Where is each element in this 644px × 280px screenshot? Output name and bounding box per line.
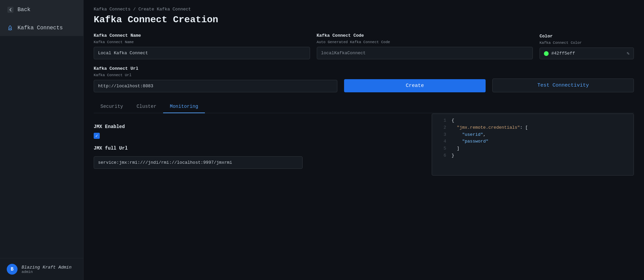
jmx-enabled-checkbox[interactable]: ✓ bbox=[94, 133, 100, 139]
sidebar-item-label: Kafka Connects bbox=[18, 25, 63, 31]
user-name: Blazing Kraft Admin bbox=[22, 265, 71, 270]
code-sublabel: Auto Generated Kafka Connect Code bbox=[317, 40, 533, 44]
svg-point-1 bbox=[10, 28, 11, 29]
line-num-6: 6 bbox=[436, 152, 446, 159]
tabs: Security Cluster Monitoring bbox=[94, 100, 634, 113]
edit-color-icon[interactable]: ✎ bbox=[627, 51, 630, 56]
code-editor: 1 { 2 "jmx.remote.credentials": [ 3 "use… bbox=[432, 117, 634, 159]
code-line-2: 2 "jmx.remote.credentials": [ bbox=[432, 124, 634, 131]
user-role: admin bbox=[22, 270, 71, 274]
url-sublabel: Kafka Connect Url bbox=[94, 73, 337, 77]
url-row: Kafka Connect Url Kafka Connect Url Crea… bbox=[94, 66, 634, 92]
jmx-url-input[interactable] bbox=[94, 156, 303, 169]
name-field-group: Kafka Connect Name Kafka Connect Name bbox=[94, 33, 310, 59]
sidebar-footer: B Blazing Kraft Admin admin bbox=[0, 258, 83, 280]
line-content-2: "jmx.remote.credentials": [ bbox=[452, 124, 528, 131]
code-line-5: 5 ] bbox=[432, 145, 634, 152]
sidebar-item-kafka-connects[interactable]: Kafka Connects bbox=[0, 20, 83, 36]
code-line-1: 1 { bbox=[432, 117, 634, 124]
tab-cluster[interactable]: Cluster bbox=[130, 100, 163, 113]
test-connectivity-button[interactable]: Test Connectivity bbox=[492, 79, 634, 92]
tab-monitoring[interactable]: Monitoring bbox=[163, 100, 205, 113]
page-title: Kafka Connect Creation bbox=[94, 14, 634, 25]
jmx-enabled-wrapper: ✓ bbox=[94, 133, 425, 139]
line-num-2: 2 bbox=[436, 124, 446, 131]
line-num-5: 5 bbox=[436, 145, 446, 152]
name-label: Kafka Connect Name bbox=[94, 33, 310, 38]
breadcrumb-parent[interactable]: Kafka Connects bbox=[94, 7, 130, 12]
code-field-group: Kafka Connect Code Auto Generated Kafka … bbox=[317, 33, 533, 59]
line-content-5: ] bbox=[452, 145, 459, 152]
svg-rect-0 bbox=[7, 7, 13, 13]
back-label: Back bbox=[18, 7, 30, 13]
url-field-group: Kafka Connect Url Kafka Connect Url bbox=[94, 66, 337, 92]
line-num-4: 4 bbox=[436, 138, 446, 145]
code-editor-panel: 1 { 2 "jmx.remote.credentials": [ 3 "use… bbox=[432, 114, 634, 176]
monitoring-panel: JMX Enabled ✓ JMX full Url bbox=[94, 113, 432, 176]
color-field-group: Color Kafka Connect Color #42ff5eff ✎ bbox=[540, 34, 634, 59]
form-row-top: Kafka Connect Name Kafka Connect Name Ka… bbox=[94, 33, 634, 59]
jmx-url-label: JMX full Url bbox=[94, 146, 425, 151]
rocket-icon bbox=[7, 25, 13, 31]
back-button[interactable]: Back bbox=[0, 0, 83, 20]
code-line-3: 3 "userid", bbox=[432, 131, 634, 138]
color-value: #42ff5eff bbox=[551, 51, 624, 56]
color-sublabel: Kafka Connect Color bbox=[540, 41, 634, 45]
code-input[interactable] bbox=[317, 47, 533, 59]
line-num-1: 1 bbox=[436, 117, 446, 124]
name-input[interactable] bbox=[94, 47, 310, 59]
main-content: Kafka Connects / Create Kafka Connect Ka… bbox=[84, 0, 644, 280]
jmx-enabled-label: JMX Enabled bbox=[94, 124, 425, 129]
breadcrumb-current: Create Kafka Connect bbox=[139, 7, 191, 12]
url-input[interactable] bbox=[94, 80, 337, 92]
line-content-4: "password" bbox=[452, 138, 488, 145]
color-label: Color bbox=[540, 34, 634, 39]
line-num-3: 3 bbox=[436, 131, 446, 138]
breadcrumb: Kafka Connects / Create Kafka Connect bbox=[94, 7, 634, 12]
url-label: Kafka Connect Url bbox=[94, 66, 337, 71]
tab-content: JMX Enabled ✓ JMX full Url 1 { 2 "jmx.re… bbox=[94, 113, 634, 176]
line-content-6: } bbox=[452, 152, 454, 159]
color-input-wrapper[interactable]: #42ff5eff ✎ bbox=[540, 48, 634, 59]
line-content-1: { bbox=[452, 117, 454, 124]
tab-security[interactable]: Security bbox=[94, 100, 130, 113]
color-dot bbox=[544, 51, 549, 56]
code-line-4: 4 "password" bbox=[432, 138, 634, 145]
user-info: Blazing Kraft Admin admin bbox=[22, 265, 71, 274]
code-label: Kafka Connect Code bbox=[317, 33, 533, 38]
back-arrow-icon bbox=[7, 6, 14, 13]
line-content-3: "userid", bbox=[452, 131, 486, 138]
code-line-6: 6 } bbox=[432, 152, 634, 159]
sidebar: Back Kafka Connects B Blazing Kraft Admi… bbox=[0, 0, 84, 280]
breadcrumb-separator: / bbox=[133, 7, 139, 12]
avatar: B bbox=[7, 264, 18, 275]
name-sublabel: Kafka Connect Name bbox=[94, 40, 310, 44]
create-button[interactable]: Create bbox=[344, 79, 486, 92]
